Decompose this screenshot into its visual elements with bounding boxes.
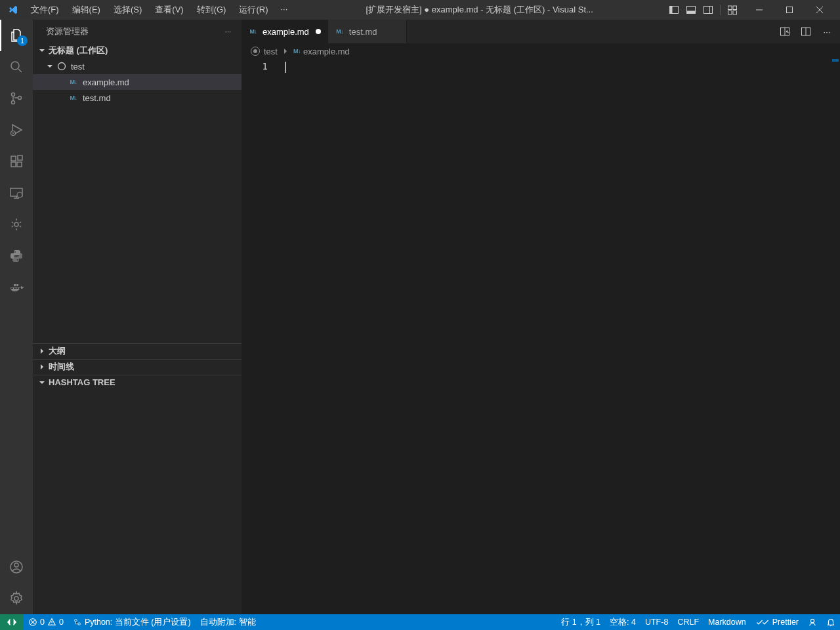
timeline-label: 时间线 bbox=[49, 361, 74, 373]
menu-edit[interactable]: 编辑(E) bbox=[66, 1, 106, 18]
minimize-button[interactable] bbox=[744, 0, 774, 20]
status-python[interactable]: Python: 当前文件 (用户设置) bbox=[68, 614, 196, 630]
status-cursor-position[interactable]: 行 1，列 1 bbox=[556, 614, 605, 630]
chevron-down-icon bbox=[45, 61, 55, 72]
chevron-down-icon bbox=[37, 45, 47, 56]
breadcrumb-folder[interactable]: test bbox=[264, 47, 278, 56]
svg-rect-8 bbox=[728, 11, 732, 15]
line-number-1: 1 bbox=[242, 60, 268, 73]
chevron-right-icon bbox=[37, 362, 47, 372]
outline-section[interactable]: 大纲 bbox=[33, 343, 242, 359]
menu-overflow[interactable]: ··· bbox=[275, 1, 293, 18]
status-encoding[interactable]: UTF-8 bbox=[640, 614, 673, 630]
svg-point-13 bbox=[12, 101, 15, 104]
activity-source-control[interactable] bbox=[0, 83, 33, 114]
activity-settings[interactable] bbox=[0, 583, 33, 614]
toggle-primary-sidebar-icon[interactable] bbox=[666, 2, 682, 18]
chevron-down-icon bbox=[37, 377, 47, 388]
workspace-label: 无标题 (工作区) bbox=[49, 45, 108, 56]
svg-rect-6 bbox=[728, 6, 732, 10]
status-problems[interactable]: 0 0 bbox=[24, 614, 68, 630]
menu-goto[interactable]: 转到(G) bbox=[191, 1, 232, 18]
tab-label: example.md bbox=[262, 27, 309, 37]
svg-point-25 bbox=[14, 597, 18, 600]
maximize-button[interactable] bbox=[774, 0, 805, 20]
editor-more-icon[interactable]: ··· bbox=[819, 24, 835, 39]
folder-test[interactable]: test bbox=[33, 58, 242, 74]
activity-python-icon[interactable] bbox=[0, 240, 33, 272]
explorer-badge: 1 bbox=[17, 35, 28, 46]
timeline-section[interactable]: 时间线 bbox=[33, 359, 242, 375]
hashtag-tree-section[interactable]: HASHTAG TREE bbox=[33, 375, 242, 615]
svg-point-21 bbox=[17, 192, 22, 198]
breadcrumb-file[interactable]: M↓ example.md bbox=[293, 47, 350, 56]
activity-accounts[interactable] bbox=[0, 551, 33, 583]
menu-view[interactable]: 查看(V) bbox=[149, 1, 189, 18]
menu-run[interactable]: 运行(R) bbox=[233, 1, 274, 18]
workspace-section-header[interactable]: 无标题 (工作区) bbox=[33, 43, 242, 58]
editor-text-area[interactable] bbox=[285, 59, 840, 614]
activity-remote-explorer[interactable] bbox=[0, 177, 33, 209]
toggle-secondary-sidebar-icon[interactable] bbox=[700, 2, 716, 18]
svg-point-12 bbox=[12, 93, 15, 96]
activity-search[interactable] bbox=[0, 51, 33, 83]
status-bar: 0 0 Python: 当前文件 (用户设置) 自动附加: 智能 行 1，列 1… bbox=[0, 614, 840, 630]
activity-extensions[interactable] bbox=[0, 146, 33, 177]
svg-rect-10 bbox=[787, 7, 793, 13]
activity-gitlens-icon[interactable] bbox=[0, 209, 33, 240]
activity-explorer[interactable]: 1 bbox=[0, 20, 33, 51]
svg-rect-17 bbox=[11, 162, 16, 167]
svg-rect-7 bbox=[733, 6, 737, 10]
separator bbox=[720, 5, 721, 15]
svg-point-22 bbox=[14, 222, 18, 226]
split-editor-icon[interactable] bbox=[798, 24, 814, 39]
status-notifications-icon[interactable] bbox=[822, 614, 840, 630]
editor-group: M↓ example.md M↓ test.md ··· bbox=[242, 20, 840, 614]
svg-point-31 bbox=[75, 620, 77, 622]
cursor bbox=[285, 62, 286, 73]
file-label: example.md bbox=[83, 77, 129, 87]
menu-selection[interactable]: 选择(S) bbox=[108, 1, 148, 18]
sidebar-explorer: 资源管理器 ··· 无标题 (工作区) test M↓ bbox=[33, 20, 242, 614]
vscode-logo-icon bbox=[8, 5, 18, 15]
breadcrumb[interactable]: test M↓ example.md bbox=[242, 43, 840, 59]
svg-rect-9 bbox=[733, 11, 737, 15]
file-tree: test M↓ example.md M↓ test.md bbox=[33, 58, 242, 106]
svg-rect-18 bbox=[17, 162, 22, 167]
tab-label: test.md bbox=[349, 27, 377, 37]
tab-example-md[interactable]: M↓ example.md bbox=[242, 20, 328, 43]
toggle-panel-icon[interactable] bbox=[683, 2, 699, 18]
record-icon bbox=[251, 47, 260, 56]
status-indentation[interactable]: 空格: 4 bbox=[605, 614, 640, 630]
status-feedback-icon[interactable] bbox=[803, 614, 822, 630]
svg-rect-4 bbox=[704, 7, 713, 14]
activity-docker-icon[interactable] bbox=[0, 272, 33, 303]
status-language[interactable]: Markdown bbox=[704, 614, 751, 630]
menu-file[interactable]: 文件(F) bbox=[25, 1, 65, 18]
chevron-right-icon bbox=[282, 47, 289, 55]
tab-test-md[interactable]: M↓ test.md bbox=[328, 20, 407, 43]
open-preview-side-icon[interactable] bbox=[777, 24, 793, 39]
markdown-icon: M↓ bbox=[293, 48, 301, 54]
close-button[interactable] bbox=[805, 0, 835, 20]
status-auto-attach[interactable]: 自动附加: 智能 bbox=[196, 614, 261, 630]
file-example-md[interactable]: M↓ example.md bbox=[33, 74, 242, 90]
window-title: [扩展开发宿主] ● example.md - 无标题 (工作区) - Visu… bbox=[293, 4, 666, 16]
customize-layout-icon[interactable] bbox=[724, 2, 740, 18]
editor-content[interactable]: 1 bbox=[242, 59, 840, 614]
activity-bar: 1 bbox=[0, 20, 33, 614]
status-eol[interactable]: CRLF bbox=[673, 614, 704, 630]
layout-controls bbox=[666, 2, 744, 18]
line-gutter: 1 bbox=[242, 59, 285, 614]
file-test-md[interactable]: M↓ test.md bbox=[33, 90, 242, 106]
svg-rect-3 bbox=[687, 11, 696, 14]
status-prettier[interactable]: Prettier bbox=[751, 614, 803, 630]
editor-tabs: M↓ example.md M↓ test.md ··· bbox=[242, 20, 840, 43]
remote-indicator[interactable] bbox=[0, 614, 24, 630]
sidebar-header: 资源管理器 ··· bbox=[33, 20, 242, 43]
sidebar-more-icon[interactable]: ··· bbox=[225, 28, 231, 35]
svg-rect-1 bbox=[670, 7, 673, 14]
svg-point-33 bbox=[810, 620, 814, 623]
markdown-icon: M↓ bbox=[335, 28, 345, 35]
activity-run-debug[interactable] bbox=[0, 114, 33, 146]
